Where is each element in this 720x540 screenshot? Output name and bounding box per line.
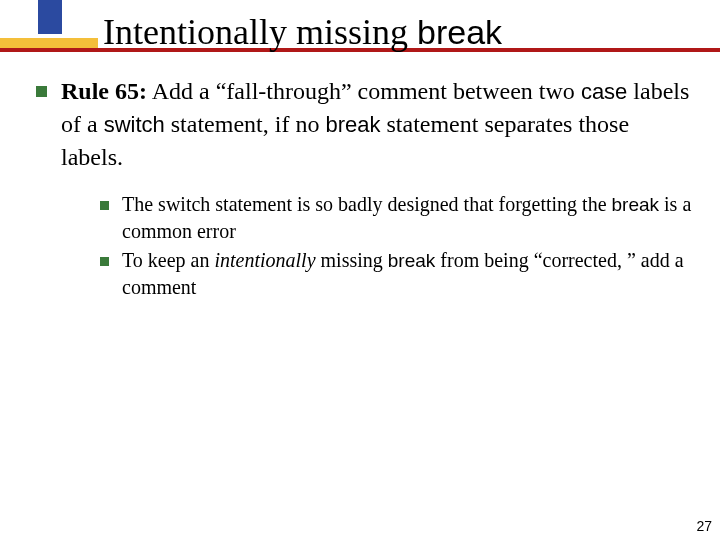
rule-seg3: statement, if no — [165, 111, 326, 137]
page-number: 27 — [696, 518, 712, 534]
rule-seg1: Add a “fall-through” comment between two — [147, 78, 581, 104]
sub2-seg2: missing — [316, 249, 388, 271]
accent-blue-block — [38, 0, 62, 34]
slide-title: Intentionally missing break — [103, 10, 502, 54]
bullet-level2: The switch statement is so badly designe… — [100, 191, 700, 245]
sub-item-2: To keep an intentionally missing break f… — [122, 247, 700, 301]
square-bullet-icon — [100, 257, 109, 266]
square-bullet-icon — [100, 201, 109, 210]
sub1-seg1: The switch statement is so badly designe… — [122, 193, 612, 215]
accent-yellow-bar — [0, 38, 98, 48]
rule-number: Rule 65: — [61, 78, 147, 104]
bullet-level1: Rule 65: Add a “fall-through” comment be… — [36, 75, 696, 173]
title-text: Intentionally missing — [103, 12, 417, 52]
sub2-code: break — [388, 250, 436, 271]
bullet-level2: To keep an intentionally missing break f… — [100, 247, 700, 301]
sub-bullets: The switch statement is so badly designe… — [100, 191, 700, 301]
code-case: case — [581, 79, 627, 104]
sub1-code: break — [612, 194, 660, 215]
code-break: break — [325, 112, 380, 137]
code-switch: switch — [104, 112, 165, 137]
square-bullet-icon — [36, 86, 47, 97]
sub2-em: intentionally — [214, 249, 315, 271]
slide: Intentionally missing break Rule 65: Add… — [0, 0, 720, 540]
rule-text: Rule 65: Add a “fall-through” comment be… — [61, 75, 696, 173]
sub2-seg1: To keep an — [122, 249, 214, 271]
sub-item-1: The switch statement is so badly designe… — [122, 191, 700, 245]
slide-body: Rule 65: Add a “fall-through” comment be… — [36, 75, 696, 303]
title-code: break — [417, 13, 502, 51]
